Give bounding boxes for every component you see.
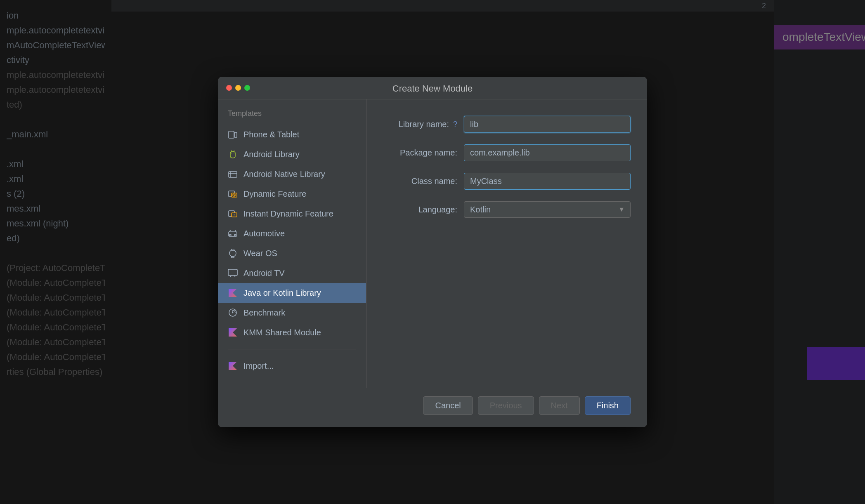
sidebar-item-java-kotlin[interactable]: Java or Kotlin Library xyxy=(218,283,366,303)
window-controls xyxy=(226,85,250,91)
dialog-titlebar: Create New Module xyxy=(218,77,647,99)
previous-button[interactable]: Previous xyxy=(478,396,534,415)
finish-button[interactable]: Finish xyxy=(585,396,631,415)
automotive-icon xyxy=(228,228,238,238)
android-tv-icon xyxy=(228,268,238,278)
sidebar-item-label: Android Library xyxy=(243,150,300,159)
svg-point-18 xyxy=(234,234,236,236)
svg-point-3 xyxy=(234,153,234,153)
package-name-label: Package name: xyxy=(383,148,457,158)
svg-rect-1 xyxy=(234,132,237,137)
sidebar-item-dynamic-feature[interactable]: Dynamic Feature xyxy=(218,184,366,204)
sidebar-item-android-native[interactable]: Android Native Library xyxy=(218,164,366,184)
sidebar-divider xyxy=(228,349,356,349)
svg-line-4 xyxy=(231,150,232,151)
import-item[interactable]: Import... xyxy=(218,356,366,376)
svg-point-27 xyxy=(232,312,234,313)
svg-rect-6 xyxy=(229,172,237,177)
sidebar-item-label: Instant Dynamic Feature xyxy=(243,209,333,219)
sidebar-label: Templates xyxy=(218,109,366,125)
svg-marker-29 xyxy=(229,362,237,370)
instant-dynamic-icon xyxy=(228,209,238,219)
language-row: Language: Kotlin Java ▼ xyxy=(383,201,631,218)
sidebar-item-label: Automotive xyxy=(243,229,285,238)
package-name-row: Package name: xyxy=(383,144,631,161)
class-name-row: Class name: xyxy=(383,173,631,190)
sidebar-item-label: Phone & Tablet xyxy=(243,130,299,139)
sidebar-item-label: Wear OS xyxy=(243,249,277,258)
sidebar-item-label: Android Native Library xyxy=(243,170,325,179)
sidebar-item-label: Dynamic Feature xyxy=(243,189,306,199)
svg-marker-28 xyxy=(229,328,237,337)
import-label: Import... xyxy=(243,361,274,371)
sidebar-item-label: Java or Kotlin Library xyxy=(243,288,321,298)
class-name-input[interactable] xyxy=(464,173,631,190)
dynamic-feature-icon xyxy=(228,189,238,199)
svg-point-17 xyxy=(229,234,231,236)
window-maximize-button[interactable] xyxy=(244,85,250,91)
svg-point-2 xyxy=(231,153,232,153)
sidebar-item-benchmark[interactable]: Benchmark xyxy=(218,303,366,323)
cancel-button[interactable]: Cancel xyxy=(423,396,473,415)
library-name-help-icon[interactable]: ? xyxy=(453,120,457,129)
wear-os-icon xyxy=(228,248,238,258)
svg-point-19 xyxy=(229,250,236,257)
sidebar-item-android-library[interactable]: Android Library xyxy=(218,144,366,164)
language-select-wrapper: Kotlin Java ▼ xyxy=(464,201,631,218)
sidebar-item-label: Benchmark xyxy=(243,308,285,318)
benchmark-icon xyxy=(228,308,238,318)
kmm-icon xyxy=(228,327,238,337)
dialog-body: Templates Phone & Tablet xyxy=(218,99,647,388)
library-name-row: Library name: ? xyxy=(383,116,631,133)
sidebar-item-kmm[interactable]: KMM Shared Module xyxy=(218,323,366,342)
svg-rect-0 xyxy=(229,131,234,138)
sidebar-item-wear-os[interactable]: Wear OS xyxy=(218,243,366,263)
class-name-label: Class name: xyxy=(383,177,457,186)
sidebar-item-android-tv[interactable]: Android TV xyxy=(218,263,366,283)
svg-rect-21 xyxy=(232,256,234,258)
sidebar-item-label: Android TV xyxy=(243,268,285,278)
dialog-footer: Cancel Previous Next Finish xyxy=(218,388,647,427)
dialog-content: Library name: ? Package name: Class name… xyxy=(366,99,647,388)
dialog-sidebar: Templates Phone & Tablet xyxy=(218,99,366,388)
library-name-label-group: Library name: ? xyxy=(383,120,457,129)
phone-tablet-icon xyxy=(228,130,238,139)
import-icon xyxy=(228,361,238,371)
window-minimize-button[interactable] xyxy=(235,85,241,91)
sidebar-item-instant-dynamic[interactable]: Instant Dynamic Feature xyxy=(218,204,366,224)
sidebar-item-phone-tablet[interactable]: Phone & Tablet xyxy=(218,125,366,144)
language-select[interactable]: Kotlin Java xyxy=(464,201,631,218)
next-button[interactable]: Next xyxy=(539,396,580,415)
svg-rect-20 xyxy=(232,249,234,250)
create-new-module-dialog: Create New Module Templates Phone & Tabl… xyxy=(218,77,647,427)
library-name-input[interactable] xyxy=(464,116,631,133)
sidebar-item-label: KMM Shared Module xyxy=(243,328,321,337)
svg-marker-25 xyxy=(229,289,237,297)
window-close-button[interactable] xyxy=(226,85,232,91)
package-name-input[interactable] xyxy=(464,144,631,161)
language-label: Language: xyxy=(383,205,457,214)
svg-line-5 xyxy=(234,150,234,151)
svg-rect-22 xyxy=(228,269,237,276)
android-native-icon xyxy=(228,169,238,179)
library-name-label: Library name: xyxy=(399,120,449,129)
sidebar-item-automotive[interactable]: Automotive xyxy=(218,224,366,243)
dialog-title: Create New Module xyxy=(392,83,473,94)
android-library-icon xyxy=(228,149,238,159)
kotlin-icon xyxy=(228,288,238,298)
